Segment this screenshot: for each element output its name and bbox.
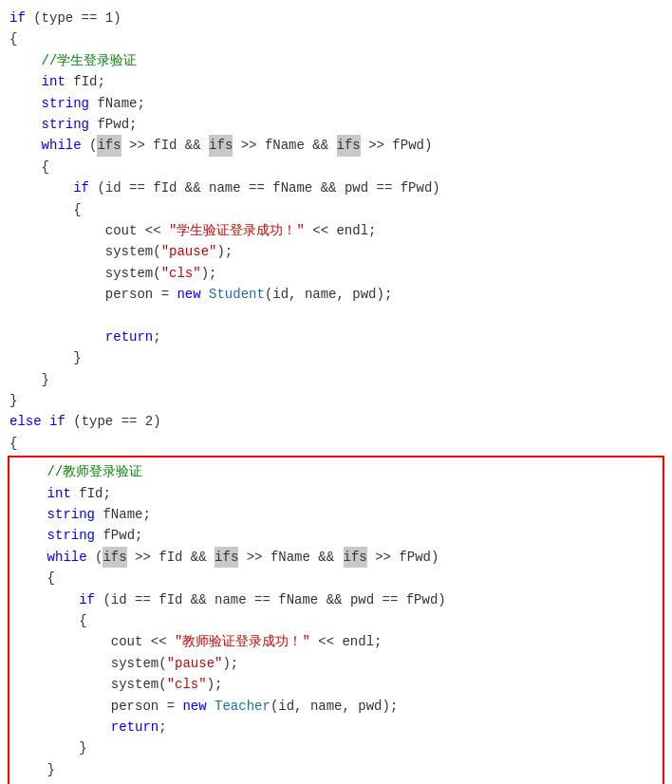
code-text: cout <<	[9, 220, 169, 241]
code-text	[207, 696, 215, 717]
keyword: while	[42, 135, 82, 156]
code-text: fPwd;	[95, 525, 142, 546]
code-text: }	[15, 759, 55, 780]
code-line: while (ifs >> fId && ifs >> fName && ifs…	[0, 135, 672, 156]
class-name: Student	[209, 284, 265, 305]
code-text: (id == fId && name == fName && pwd == fP…	[95, 589, 446, 610]
ifs-highlight: ifs	[337, 135, 361, 156]
highlighted-code-line: {	[9, 610, 663, 631]
keyword: new	[182, 696, 206, 717]
highlighted-code-line: int fId;	[9, 483, 663, 504]
keyword: else	[9, 411, 42, 432]
code-line: string fPwd;	[0, 114, 672, 135]
code-text: << endl;	[310, 631, 383, 652]
highlighted-code-line: }	[9, 780, 663, 784]
code-text: {	[15, 568, 55, 588]
code-text: (	[87, 547, 103, 568]
code-text	[9, 305, 17, 326]
code-text: (id, name, pwd);	[271, 696, 398, 717]
code-text: }	[15, 780, 23, 784]
code-text	[9, 71, 42, 92]
string-literal: "学生验证登录成功！"	[169, 220, 305, 241]
string-literal: "pause"	[167, 653, 223, 674]
code-text: person =	[9, 284, 177, 305]
keyword: string	[47, 504, 95, 525]
code-line: else if (type == 2)	[0, 411, 672, 432]
string-literal: "cls"	[167, 674, 207, 695]
code-line: int fId;	[0, 71, 672, 92]
ifs-highlight: ifs	[103, 547, 126, 568]
code-line: {	[0, 157, 672, 177]
keyword: if	[79, 589, 95, 610]
highlighted-code-line: }	[9, 737, 663, 758]
string-literal: "cls"	[161, 263, 201, 284]
code-line: //学生登录验证	[0, 50, 672, 71]
code-text: system(	[9, 241, 161, 262]
code-line: system("pause");	[0, 241, 672, 262]
code-text: >> fPwd)	[367, 547, 439, 568]
highlighted-code-line: }	[9, 759, 663, 780]
code-text: fName;	[95, 504, 151, 525]
highlighted-code-line: return;	[9, 717, 663, 737]
code-line: return;	[0, 327, 672, 347]
highlighted-code-line: while (ifs >> fId && ifs >> fName && ifs…	[9, 547, 663, 568]
keyword: if	[9, 8, 26, 28]
code-text: fName;	[89, 93, 145, 114]
code-text	[15, 483, 47, 504]
code-text: {	[9, 433, 17, 454]
code-text: );	[207, 674, 223, 695]
code-text: fId;	[71, 483, 111, 504]
keyword: string	[42, 114, 89, 135]
code-text: (type == 1)	[26, 8, 121, 28]
code-text	[15, 504, 47, 525]
code-text: system(	[15, 674, 167, 695]
keyword: int	[47, 483, 71, 504]
code-text: );	[222, 653, 238, 674]
code-text	[201, 284, 209, 305]
ifs-highlight: ifs	[215, 547, 238, 568]
code-text: ;	[153, 327, 160, 347]
highlighted-code-line: string fName;	[9, 504, 663, 525]
code-line: {	[0, 28, 672, 49]
code-text: }	[9, 347, 82, 368]
code-line	[0, 305, 672, 326]
ifs-highlight: ifs	[344, 547, 367, 568]
code-line: }	[0, 390, 672, 411]
code-text	[9, 93, 42, 114]
code-text: >> fPwd)	[361, 135, 433, 156]
code-text: cout <<	[15, 631, 175, 652]
code-text	[9, 177, 73, 198]
ifs-highlight: ifs	[97, 135, 121, 156]
ifs-highlight: ifs	[209, 135, 233, 156]
code-text: );	[201, 263, 217, 284]
keyword: string	[47, 525, 95, 546]
code-text: {	[9, 199, 82, 220]
code-line: }	[0, 347, 672, 368]
highlighted-code-line: if (id == fId && name == fName && pwd ==…	[9, 589, 663, 610]
code-line: person = new Student(id, name, pwd);	[0, 284, 672, 305]
code-text: );	[216, 241, 233, 262]
code-text: }	[9, 369, 49, 390]
highlighted-code-line: system("cls");	[9, 674, 663, 695]
code-text: (	[82, 135, 98, 156]
code-text	[15, 547, 47, 568]
code-text: (type == 2)	[65, 411, 161, 432]
code-text	[9, 114, 42, 135]
code-line: {	[0, 433, 672, 454]
code-line: if (id == fId && name == fName && pwd ==…	[0, 177, 672, 198]
keyword: new	[177, 284, 200, 305]
code-line: if (type == 1)	[0, 8, 672, 28]
code-text: >> fId &&	[121, 135, 209, 156]
code-text	[9, 135, 42, 156]
code-text: fPwd;	[89, 114, 137, 135]
code-text: << endl;	[305, 220, 377, 241]
highlighted-code-line: person = new Teacher(id, name, pwd);	[9, 696, 663, 717]
string-literal: "pause"	[161, 241, 217, 262]
code-text	[42, 411, 49, 432]
comment: //教师登录验证	[47, 461, 143, 482]
highlighted-code-line: {	[9, 568, 663, 588]
code-text: }	[15, 737, 87, 758]
highlighted-block: //教师登录验证 int fId; string fName; string f…	[8, 456, 664, 784]
code-text: (id, name, pwd);	[265, 284, 392, 305]
code-text	[9, 50, 42, 71]
